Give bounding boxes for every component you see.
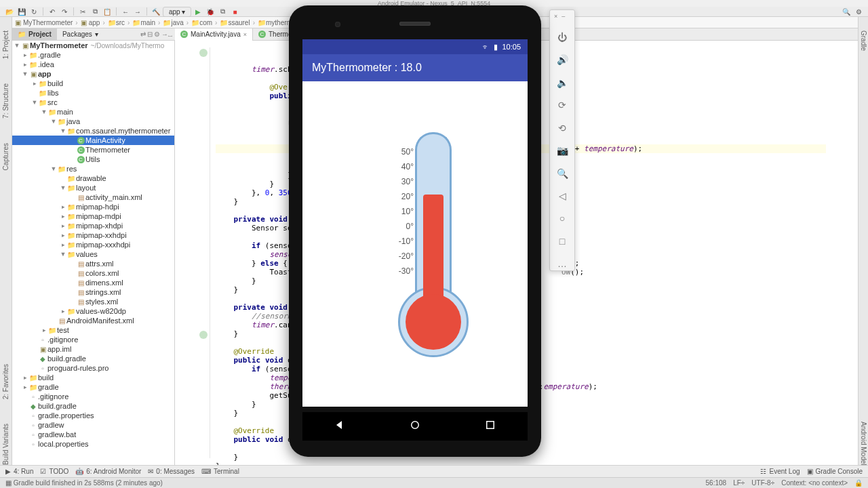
node-drawable[interactable]: 📁drawable [12, 174, 174, 183]
tool-run[interactable]: ▶ 4: Run [5, 468, 33, 475]
tool-captures[interactable]: Captures [2, 143, 9, 171]
node-test[interactable]: ▸📁test [12, 325, 174, 335]
node-layout[interactable]: ▼📁layout [12, 183, 174, 192]
tool-event-log[interactable]: ☷ Event Log [760, 468, 800, 475]
forward-icon[interactable]: → [132, 7, 143, 17]
refresh-icon[interactable]: ↻ [28, 7, 39, 17]
emulator-home-icon[interactable]: ○ [555, 212, 570, 225]
tool-todo[interactable]: ☑ TODO [40, 468, 68, 475]
emulator-more-icon[interactable]: … [555, 258, 570, 270]
stop-icon[interactable]: ■ [229, 7, 240, 17]
node-app-iml[interactable]: ▣app.iml [12, 344, 174, 354]
node-styles[interactable]: ▤styles.xml [12, 297, 174, 306]
tab-packages[interactable]: Packages ▾ [57, 28, 104, 41]
emulator-rotate-right-icon[interactable]: ⟲ [555, 121, 570, 134]
nav-home-icon[interactable] [409, 419, 421, 434]
tool-gradle-console[interactable]: ▣ Gradle Console [807, 468, 863, 475]
node-manifest[interactable]: ▤AndroidManifest.xml [12, 316, 174, 325]
node-idea[interactable]: ▸📁.idea [12, 60, 174, 69]
undo-icon[interactable]: ↶ [47, 7, 58, 17]
node-colors[interactable]: ▤colors.xml [12, 268, 174, 278]
status-line-sep[interactable]: LF÷ [733, 479, 745, 487]
node-gitignore[interactable]: ▫.gitignore [12, 335, 174, 344]
panel-gear-icon[interactable]: ⚙ [154, 30, 160, 38]
node-src[interactable]: ▼📁src [12, 98, 174, 107]
node-proguard[interactable]: ▫proguard-rules.pro [12, 363, 174, 373]
panel-hide-icon[interactable]: →⎵ [161, 30, 172, 38]
node-main[interactable]: ▼📁main [12, 107, 174, 117]
copy-icon[interactable]: ⧉ [90, 7, 100, 17]
android-screen[interactable]: ᯤ ▮ 10:05 MyThermometer : 18.0 50° 40° 3… [302, 39, 528, 407]
project-tree[interactable]: ▼▣MyThermometer~/Downloads/MyThermo ▸📁.g… [12, 41, 175, 465]
emulator-power-icon[interactable]: ⏻ [555, 30, 570, 43]
back-icon[interactable]: ← [120, 7, 131, 17]
tool-gradle[interactable]: Gradle [860, 30, 867, 51]
attach-icon[interactable]: ⧉ [217, 7, 228, 17]
tab-mainactivity[interactable]: C MainActivity.java × [175, 28, 253, 41]
node-local-props[interactable]: ▫local.properties [12, 439, 174, 449]
node-gradle-props[interactable]: ▫gradle.properties [12, 411, 174, 420]
tool-project[interactable]: 1: Project [2, 30, 9, 59]
node-build[interactable]: ▸📁build [12, 79, 174, 88]
node-attrs[interactable]: ▤attrs.xml [12, 259, 174, 268]
node-pkg[interactable]: ▼📁com.ssaurel.mythermometer [12, 126, 174, 136]
emulator-camera-icon[interactable]: 📷 [555, 144, 570, 157]
tool-structure[interactable]: 7: Structure [2, 83, 9, 119]
crumb-project[interactable]: ▣MyThermometer [15, 19, 81, 26]
debug-icon[interactable]: 🐞 [205, 7, 216, 17]
node-gradle-top[interactable]: ▸📁gradle [12, 382, 174, 392]
tool-build-variants[interactable]: Build Variants [2, 424, 9, 465]
paste-icon[interactable]: 📋 [102, 7, 113, 17]
emulator-volume-up-icon[interactable]: 🔊 [555, 54, 570, 66]
node-gradlew[interactable]: ▫gradlew [12, 420, 174, 430]
node-libs[interactable]: 📁libs [12, 88, 174, 98]
panel-collapse-icon[interactable]: ⊟ [147, 30, 153, 38]
node-values-w[interactable]: ▸📁values-w820dp [12, 306, 174, 316]
node-thermometer[interactable]: CThermometer [12, 145, 174, 155]
status-lock-icon[interactable]: 🔒 [854, 479, 863, 487]
tool-terminal[interactable]: ⌨ Terminal [201, 468, 239, 475]
node-mainactivity[interactable]: CMainActivity [12, 136, 174, 145]
tool-android-monitor[interactable]: 🤖 6: Android Monitor [75, 468, 141, 475]
node-mipmap-xxhdpi[interactable]: ▸📁mipmap-xxhdpi [12, 230, 174, 240]
tool-android-model[interactable]: Android Model [860, 422, 867, 465]
node-root[interactable]: ▼▣MyThermometer~/Downloads/MyThermo [12, 41, 174, 50]
node-res[interactable]: ▼📁res [12, 164, 174, 174]
node-mipmap-hdpi[interactable]: ▸📁mipmap-hdpi [12, 202, 174, 211]
crumb-ssaurel[interactable]: 📁ssaurel [220, 19, 258, 26]
close-tab-icon[interactable]: × [243, 31, 247, 38]
nav-back-icon[interactable] [334, 419, 346, 434]
emulator-volume-down-icon[interactable]: 🔈 [555, 76, 570, 89]
node-build-top[interactable]: ▸📁build [12, 373, 174, 382]
emulator-rotate-left-icon[interactable]: ⟳ [555, 99, 570, 112]
node-mipmap-xxxhdpi[interactable]: ▸📁mipmap-xxxhdpi [12, 240, 174, 249]
node-gradlew-bat[interactable]: ▫gradlew.bat [12, 430, 174, 439]
crumb-com[interactable]: 📁com [191, 19, 220, 26]
node-gradle[interactable]: ▸📁.gradle [12, 50, 174, 60]
node-gitignore-top[interactable]: ▫.gitignore [12, 392, 174, 401]
search-icon[interactable]: 🔍 [841, 7, 852, 17]
crumb-java[interactable]: 📁java [163, 19, 191, 26]
settings-icon[interactable]: ⚙ [853, 7, 864, 17]
tool-messages[interactable]: ✉ 0: Messages [148, 468, 195, 475]
emulator-close-icon[interactable]: × [554, 13, 557, 21]
make-icon[interactable]: 🔨 [151, 7, 161, 17]
node-app[interactable]: ▼▣app [12, 69, 174, 79]
node-java[interactable]: ▼📁java [12, 117, 174, 126]
run-icon[interactable]: ▶ [193, 7, 203, 17]
node-strings[interactable]: ▤strings.xml [12, 287, 174, 297]
node-mipmap-mdpi[interactable]: ▸📁mipmap-mdpi [12, 211, 174, 221]
status-window-icon[interactable]: ▦ [5, 479, 12, 487]
emulator-recents-icon[interactable]: □ [555, 235, 570, 247]
node-activity-main[interactable]: ▤activity_main.xml [12, 192, 174, 202]
node-utils[interactable]: CUtils [12, 155, 174, 164]
save-icon[interactable]: 💾 [16, 7, 27, 17]
open-icon[interactable]: 📂 [4, 7, 15, 17]
override-gutter-icon[interactable] [199, 331, 208, 339]
cut-icon[interactable]: ✂ [77, 7, 88, 17]
emulator-minimize-icon[interactable]: – [561, 13, 565, 21]
node-dimens[interactable]: ▤dimens.xml [12, 278, 174, 287]
status-context[interactable]: Context: <no context> [781, 479, 848, 487]
node-values[interactable]: ▼📁values [12, 249, 174, 259]
node-build-gradle-top[interactable]: ◆build.gradle [12, 401, 174, 411]
